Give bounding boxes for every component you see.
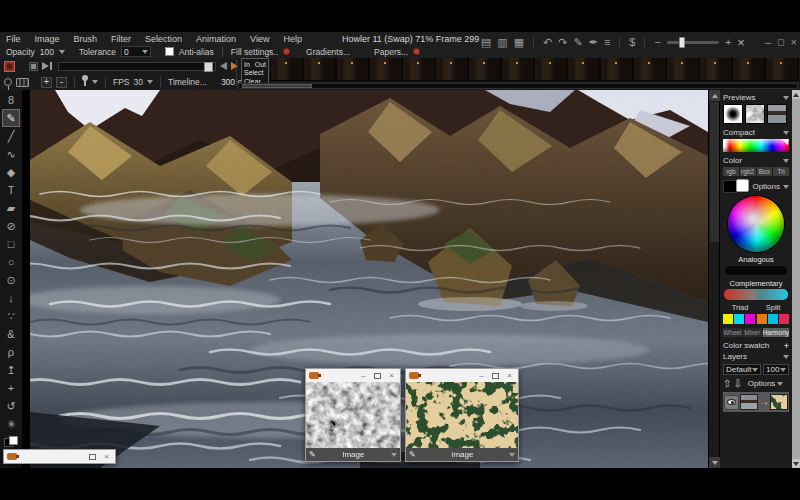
secondary-color-swatch[interactable] bbox=[723, 180, 737, 193]
texture-window-dropdown-icon[interactable] bbox=[391, 453, 397, 457]
collapsed-close-button[interactable]: × bbox=[101, 451, 112, 462]
compact-collapse-icon[interactable] bbox=[783, 131, 789, 135]
ellipse-tool[interactable]: ○ bbox=[2, 253, 20, 271]
color-collapse-icon[interactable] bbox=[783, 159, 789, 163]
text-tool[interactable]: T bbox=[2, 181, 20, 199]
tab-box[interactable]: Box bbox=[757, 167, 773, 176]
fps-dropdown-icon[interactable] bbox=[147, 80, 153, 84]
layer-thumbnail-terrain[interactable] bbox=[770, 394, 788, 410]
fill-settings-button[interactable]: Fill settings.. bbox=[231, 47, 278, 57]
texture-window-titlebar[interactable]: – × bbox=[306, 369, 400, 382]
pin-dropdown-icon[interactable] bbox=[92, 80, 98, 84]
layer-visibility-button[interactable] bbox=[724, 395, 739, 410]
terrain-window-titlebar[interactable]: – × bbox=[406, 369, 518, 382]
video-icon[interactable] bbox=[16, 78, 29, 87]
texture-preview-thumb[interactable] bbox=[745, 104, 765, 124]
texture-minimize-button[interactable]: – bbox=[358, 370, 369, 381]
scroll-down-button[interactable] bbox=[709, 457, 720, 468]
undo-icon[interactable]: ↶ bbox=[543, 36, 552, 49]
layers-collapse-icon[interactable] bbox=[783, 355, 789, 359]
scroll-up-button[interactable] bbox=[709, 90, 720, 101]
terrain-close-button[interactable]: × bbox=[504, 370, 515, 381]
pen-icon[interactable]: ✎ bbox=[574, 36, 583, 49]
tab-wheel[interactable]: Wheel bbox=[723, 328, 742, 337]
compact-color-picker[interactable] bbox=[723, 139, 789, 152]
dropper-tool[interactable]: ↓ bbox=[2, 289, 20, 307]
onion-skin-icon[interactable] bbox=[4, 78, 12, 86]
swap-image-icon[interactable]: ▤ bbox=[481, 36, 491, 49]
foreground-color-chip[interactable] bbox=[9, 436, 18, 445]
canvas-vscrollbar[interactable] bbox=[708, 90, 719, 468]
triad-chip-1[interactable] bbox=[723, 314, 733, 324]
color-swatch-header[interactable]: Color swatch + bbox=[723, 340, 789, 351]
terrain-window-dropdown-icon[interactable] bbox=[509, 453, 515, 457]
filmstrip-scrollbar[interactable] bbox=[238, 83, 798, 89]
tab-rgb2[interactable]: rgb2 bbox=[740, 167, 756, 176]
remove-frame-button[interactable]: - bbox=[56, 77, 67, 88]
brush-icon[interactable]: ✒ bbox=[589, 36, 598, 49]
timeline-filmstrip[interactable] bbox=[270, 58, 800, 81]
filled-rect-tool[interactable]: ▰ bbox=[2, 199, 20, 217]
foreground-background-colors[interactable] bbox=[4, 436, 18, 448]
close-image-icon[interactable]: × bbox=[737, 35, 745, 50]
collapsed-maximize-button[interactable] bbox=[89, 454, 96, 460]
texture-window[interactable]: – × ✎ Image bbox=[305, 368, 401, 462]
zoom-out-icon[interactable]: − bbox=[654, 36, 660, 48]
redo-icon[interactable]: ↷ bbox=[558, 36, 567, 49]
panel-scrollbar[interactable] bbox=[792, 90, 800, 468]
star-tool[interactable]: ✳ bbox=[2, 415, 20, 433]
panel-scroll-down[interactable] bbox=[792, 459, 800, 468]
move-tool[interactable]: + bbox=[2, 379, 20, 397]
pin-frame-icon[interactable] bbox=[84, 78, 86, 86]
complementary-bar[interactable] bbox=[724, 289, 788, 300]
split-chip-2[interactable] bbox=[768, 314, 778, 324]
menu-filter[interactable]: Filter bbox=[111, 34, 131, 44]
money-icon[interactable]: $ bbox=[629, 36, 635, 48]
color-options-dropdown-icon[interactable] bbox=[783, 185, 789, 189]
prev-frame-icon[interactable] bbox=[220, 62, 227, 70]
previews-header[interactable]: Previews bbox=[723, 92, 789, 103]
minimize-button[interactable]: – bbox=[765, 36, 771, 48]
tolerance-value-box[interactable]: 0 bbox=[121, 46, 151, 57]
texture-window-canvas[interactable] bbox=[306, 382, 400, 448]
timeline-button[interactable]: Timeline... bbox=[168, 77, 207, 87]
image-preview-thumb[interactable] bbox=[767, 104, 787, 124]
tab-rgb[interactable]: rgb bbox=[723, 167, 739, 176]
layer-down-button[interactable]: ⇩ bbox=[733, 378, 741, 389]
opacity-dropdown-icon[interactable] bbox=[59, 50, 65, 54]
terrain-window[interactable]: – × ✎ Image bbox=[405, 368, 519, 462]
zoom-slider[interactable] bbox=[667, 41, 719, 44]
split-chip-1[interactable] bbox=[757, 314, 767, 324]
layers-header[interactable]: Layers bbox=[723, 351, 789, 362]
add-frame-button[interactable]: + bbox=[41, 77, 52, 88]
menu-view[interactable]: View bbox=[250, 34, 269, 44]
rect-tool[interactable]: □ bbox=[2, 235, 20, 253]
gradients-button[interactable]: Gradients... bbox=[306, 47, 350, 57]
opacity-value[interactable]: 100 bbox=[40, 47, 54, 57]
menu-help[interactable]: Help bbox=[283, 34, 302, 44]
triad-chip-3[interactable] bbox=[745, 314, 755, 324]
curve-tool[interactable]: ∿ bbox=[2, 145, 20, 163]
texture-close-button[interactable]: × bbox=[386, 370, 397, 381]
tab-mixer[interactable]: Mixer bbox=[743, 328, 762, 337]
papers-color-dot[interactable] bbox=[413, 48, 420, 55]
primary-color-swatch[interactable] bbox=[736, 179, 750, 192]
swap-alpha-icon[interactable]: ▥ bbox=[497, 36, 507, 49]
hand-tool[interactable]: & bbox=[2, 325, 20, 343]
play-button[interactable] bbox=[42, 61, 54, 72]
triad-chip-2[interactable] bbox=[734, 314, 744, 324]
close-button[interactable]: × bbox=[791, 36, 797, 48]
papers-button[interactable]: Papers... bbox=[374, 47, 408, 57]
brush-preview-thumb[interactable] bbox=[723, 104, 743, 124]
layer-mode-dropdown[interactable]: Default bbox=[723, 364, 761, 375]
pin-tool[interactable]: 8 bbox=[2, 91, 20, 109]
antialias-checkbox[interactable] bbox=[165, 47, 174, 56]
restore-button[interactable]: ◻ bbox=[777, 37, 784, 47]
layer-thumbnail-image[interactable] bbox=[740, 394, 758, 410]
rotate-tool[interactable]: ↺ bbox=[2, 397, 20, 415]
menu-image[interactable]: Image bbox=[35, 34, 60, 44]
fill-settings-color-dot[interactable] bbox=[283, 48, 290, 55]
color-options-button[interactable]: Options bbox=[752, 182, 780, 191]
menu-file[interactable]: File bbox=[6, 34, 21, 44]
zoom-tool[interactable]: ⊙ bbox=[2, 271, 20, 289]
